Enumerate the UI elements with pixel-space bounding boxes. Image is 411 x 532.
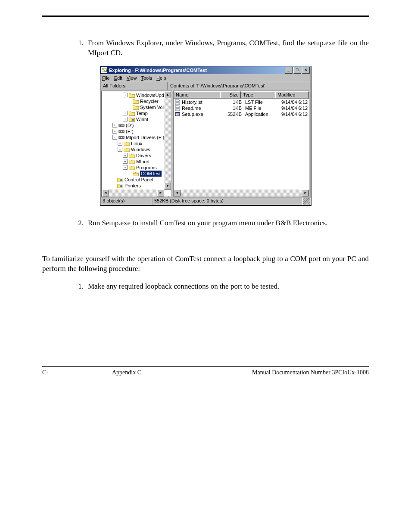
menu-help[interactable]: Help [156, 75, 166, 81]
step-3-text: Make any required loopback connections o… [88, 282, 369, 292]
tree-pane[interactable]: +WindowsUpdateRecyclerSystem Volume Info… [101, 90, 172, 197]
tree-item[interactable]: Recycler [103, 98, 170, 104]
scroll-right-icon[interactable]: ► [302, 190, 309, 196]
folder-icon [129, 159, 135, 164]
footer-mid: Appendix C [112, 369, 141, 376]
list-pane[interactable]: Name Size Type Modified History.lst1KBLS… [173, 90, 310, 197]
list-hscroll[interactable]: ◄ ► [174, 190, 309, 196]
scroll-down-icon[interactable]: ▼ [164, 183, 171, 190]
folder-icon [129, 153, 135, 158]
menu-tools[interactable]: Tools [141, 75, 152, 81]
svg-point-10 [120, 179, 122, 181]
close-button[interactable]: × [302, 67, 310, 74]
minimize-button[interactable]: _ [285, 67, 293, 74]
tree-item[interactable]: +(D:) [103, 122, 170, 128]
titlebar[interactable]: Exploring - F:\Windows\Programs\COMTest … [100, 66, 311, 74]
tree-item[interactable]: +Winnt [103, 116, 170, 122]
tree-item-label: Printers [125, 183, 141, 189]
scroll-left-icon[interactable]: ◄ [102, 190, 109, 196]
maximize-button[interactable]: □ [293, 67, 301, 74]
file-name: Read.me [182, 106, 201, 111]
tree-item[interactable]: +(E:) [103, 128, 170, 134]
resize-grip[interactable] [303, 197, 311, 205]
tree-item[interactable]: -MIport Drivers (F:) [103, 134, 170, 140]
file-size: 1KB [221, 106, 243, 111]
tree-item-label: Temp [136, 110, 148, 116]
cdrom-icon [118, 129, 125, 134]
list-item[interactable]: Read.me1KBME File9/14/04 6:12 P [174, 105, 309, 111]
expand-icon[interactable]: + [123, 153, 128, 158]
col-name[interactable]: Name [174, 91, 220, 98]
list-item[interactable]: Setup.exe552KBApplication9/14/04 6:12 P [174, 111, 309, 117]
footer-left: C- [42, 369, 48, 376]
folder-icon [129, 111, 135, 115]
tree-item-label: MIport Drivers (F:) [126, 134, 164, 140]
status-objects: 3 object(s) [100, 197, 152, 205]
doc-icon [174, 99, 181, 105]
special-icon [117, 183, 123, 188]
expand-icon[interactable]: - [118, 147, 122, 152]
status-bar: 3 object(s) 552KB (Disk free space: 0 by… [100, 197, 311, 205]
expand-icon[interactable]: + [123, 117, 128, 121]
file-type: ME File [243, 106, 280, 111]
tree-item[interactable]: -Windows [103, 146, 170, 152]
menu-edit[interactable]: Edit [114, 75, 122, 81]
tree-item-label: MIport [136, 159, 149, 165]
file-modified: 9/14/04 6:12 P [280, 112, 309, 117]
expand-icon[interactable]: + [123, 111, 128, 115]
tree-hscroll[interactable]: ◄ ► [102, 190, 164, 196]
svg-rect-5 [120, 125, 121, 126]
expand-icon[interactable]: + [123, 159, 128, 164]
scroll-up-icon[interactable]: ▲ [164, 91, 171, 98]
scroll-right-icon[interactable]: ► [157, 190, 164, 196]
tree-item[interactable]: COMTest [103, 171, 170, 177]
step-1-text: From Windows Explorer, under Windows, Pr… [88, 38, 369, 58]
tree-vscroll[interactable]: ▲ ▼ [164, 91, 171, 190]
footer-right: Manual Documentation Number 3PCIoUx-1008 [252, 369, 369, 376]
tree-item[interactable]: -Programs [103, 165, 170, 171]
menubar: File Edit View Tools Help [100, 74, 311, 82]
explorer-window: Exploring - F:\Windows\Programs\COMTest … [100, 66, 311, 205]
tree-item-label: Linux [131, 140, 142, 146]
svg-rect-16 [175, 112, 180, 113]
scroll-left-icon[interactable]: ◄ [174, 190, 181, 196]
folder-icon [133, 105, 139, 109]
folderopen-icon [133, 171, 139, 176]
header-bar: All Folders Contents of 'F:\Windows\Prog… [100, 82, 311, 90]
tree-item[interactable]: +Drivers [103, 152, 170, 159]
tree-item[interactable]: +WindowsUpdate [103, 92, 170, 98]
tree-item-label: (D:) [126, 122, 134, 128]
list-item[interactable]: History.lst1KBLST File9/14/04 6:12 P [174, 99, 309, 105]
file-name: Setup.exe [182, 112, 203, 117]
svg-rect-3 [132, 119, 134, 121]
step-3-number: 1. [72, 282, 84, 292]
col-size[interactable]: Size [220, 91, 241, 98]
menu-view[interactable]: View [127, 75, 137, 81]
expand-icon[interactable]: + [118, 141, 122, 146]
tree-item-label: Control Panel [125, 177, 153, 183]
tree-item[interactable]: +Linux [103, 140, 170, 146]
file-modified: 9/14/04 6:12 P [280, 106, 309, 111]
exe-icon [174, 111, 181, 117]
col-type[interactable]: Type [241, 91, 275, 98]
expand-icon[interactable]: - [123, 165, 128, 170]
tree-item[interactable]: System Volume Information [103, 104, 170, 110]
tree-item[interactable]: Printers [103, 183, 170, 189]
tree-item[interactable]: Control Panel [103, 177, 170, 183]
tree-item[interactable]: +MIport [103, 159, 170, 165]
tree-item[interactable]: +Temp [103, 110, 170, 116]
file-modified: 9/14/04 6:12 P [280, 100, 309, 105]
tree-item-label: Programs [136, 165, 157, 171]
expand-icon[interactable]: - [112, 135, 117, 140]
col-modified[interactable]: Modified [275, 91, 309, 98]
list-header[interactable]: Name Size Type Modified [174, 91, 309, 99]
menu-file[interactable]: File [102, 75, 110, 81]
expand-icon[interactable]: + [112, 123, 117, 128]
expand-icon[interactable]: + [112, 129, 117, 134]
expand-icon[interactable]: + [123, 93, 128, 97]
window-title: Exploring - F:\Windows\Programs\COMTest [109, 68, 207, 73]
special-icon [117, 177, 123, 182]
file-type: Application [243, 112, 280, 117]
file-size: 1KB [221, 100, 243, 105]
paragraph: To familiarize yourself with the operati… [42, 254, 369, 274]
